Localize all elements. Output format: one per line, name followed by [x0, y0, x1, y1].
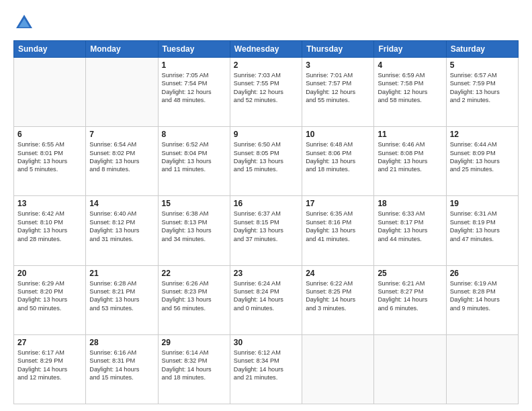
calendar-week-1: 6Sunrise: 6:55 AM Sunset: 8:01 PM Daylig…	[14, 127, 519, 196]
calendar-cell: 13Sunrise: 6:42 AM Sunset: 8:10 PM Dayli…	[14, 196, 86, 265]
calendar-cell: 23Sunrise: 6:24 AM Sunset: 8:24 PM Dayli…	[230, 265, 302, 334]
day-number: 5	[450, 60, 515, 70]
day-info: Sunrise: 6:37 AM Sunset: 8:15 PM Dayligh…	[234, 210, 298, 243]
page: SundayMondayTuesdayWednesdayThursdayFrid…	[0, 0, 532, 411]
calendar-cell: 12Sunrise: 6:44 AM Sunset: 8:09 PM Dayli…	[446, 127, 518, 196]
day-info: Sunrise: 6:55 AM Sunset: 8:01 PM Dayligh…	[17, 140, 82, 174]
day-info: Sunrise: 6:57 AM Sunset: 7:59 PM Dayligh…	[450, 71, 515, 105]
day-number: 30	[234, 338, 298, 347]
calendar-cell: 16Sunrise: 6:37 AM Sunset: 8:15 PM Dayli…	[230, 196, 302, 265]
day-number: 20	[17, 269, 82, 278]
day-number: 12	[450, 130, 515, 139]
day-number: 14	[89, 199, 154, 208]
calendar-cell: 6Sunrise: 6:55 AM Sunset: 8:01 PM Daylig…	[14, 127, 86, 196]
col-header-friday: Friday	[374, 41, 446, 58]
day-number: 4	[378, 60, 442, 70]
day-info: Sunrise: 6:42 AM Sunset: 8:10 PM Dayligh…	[17, 210, 82, 243]
calendar-cell: 19Sunrise: 6:31 AM Sunset: 8:19 PM Dayli…	[446, 196, 518, 265]
day-info: Sunrise: 6:14 AM Sunset: 8:32 PM Dayligh…	[162, 349, 226, 382]
day-info: Sunrise: 6:59 AM Sunset: 7:58 PM Dayligh…	[378, 71, 442, 105]
header	[13, 12, 519, 34]
col-header-thursday: Thursday	[302, 41, 374, 58]
calendar-cell: 4Sunrise: 6:59 AM Sunset: 7:58 PM Daylig…	[374, 58, 446, 127]
day-info: Sunrise: 6:22 AM Sunset: 8:25 PM Dayligh…	[306, 279, 370, 313]
day-info: Sunrise: 7:03 AM Sunset: 7:55 PM Dayligh…	[234, 71, 298, 105]
calendar-cell: 2Sunrise: 7:03 AM Sunset: 7:55 PM Daylig…	[230, 58, 302, 127]
calendar-cell: 20Sunrise: 6:29 AM Sunset: 8:20 PM Dayli…	[14, 265, 86, 334]
day-number: 25	[378, 269, 442, 278]
day-info: Sunrise: 6:33 AM Sunset: 8:17 PM Dayligh…	[378, 210, 442, 243]
calendar-cell: 8Sunrise: 6:52 AM Sunset: 8:04 PM Daylig…	[158, 127, 230, 196]
day-info: Sunrise: 6:16 AM Sunset: 8:31 PM Dayligh…	[89, 349, 154, 382]
calendar-cell: 5Sunrise: 6:57 AM Sunset: 7:59 PM Daylig…	[446, 58, 518, 127]
day-number: 11	[378, 130, 442, 139]
day-info: Sunrise: 6:40 AM Sunset: 8:12 PM Dayligh…	[89, 210, 154, 243]
day-info: Sunrise: 6:12 AM Sunset: 8:34 PM Dayligh…	[234, 349, 298, 382]
day-number: 9	[234, 130, 298, 139]
day-info: Sunrise: 6:44 AM Sunset: 8:09 PM Dayligh…	[450, 140, 515, 174]
day-info: Sunrise: 6:28 AM Sunset: 8:21 PM Dayligh…	[89, 279, 154, 313]
day-number: 16	[234, 199, 298, 208]
calendar-cell: 18Sunrise: 6:33 AM Sunset: 8:17 PM Dayli…	[374, 196, 446, 265]
day-number: 27	[17, 338, 82, 347]
day-info: Sunrise: 6:50 AM Sunset: 8:05 PM Dayligh…	[234, 140, 298, 174]
day-info: Sunrise: 6:46 AM Sunset: 8:08 PM Dayligh…	[378, 140, 442, 174]
day-number: 6	[17, 130, 82, 139]
logo-icon	[13, 12, 35, 34]
day-number: 28	[89, 338, 154, 347]
calendar-cell	[374, 334, 446, 404]
calendar-cell: 28Sunrise: 6:16 AM Sunset: 8:31 PM Dayli…	[86, 334, 158, 404]
day-info: Sunrise: 6:54 AM Sunset: 8:02 PM Dayligh…	[89, 140, 154, 174]
calendar-cell: 17Sunrise: 6:35 AM Sunset: 8:16 PM Dayli…	[302, 196, 374, 265]
day-info: Sunrise: 6:21 AM Sunset: 8:27 PM Dayligh…	[378, 279, 442, 313]
logo	[13, 12, 38, 34]
calendar-cell: 22Sunrise: 6:26 AM Sunset: 8:23 PM Dayli…	[158, 265, 230, 334]
day-info: Sunrise: 6:29 AM Sunset: 8:20 PM Dayligh…	[17, 279, 82, 313]
day-info: Sunrise: 6:48 AM Sunset: 8:06 PM Dayligh…	[306, 140, 370, 174]
day-number: 26	[450, 269, 515, 278]
day-info: Sunrise: 6:38 AM Sunset: 8:13 PM Dayligh…	[162, 210, 226, 243]
calendar-week-0: 1Sunrise: 7:05 AM Sunset: 7:54 PM Daylig…	[14, 58, 519, 127]
day-info: Sunrise: 6:52 AM Sunset: 8:04 PM Dayligh…	[162, 140, 226, 174]
day-number: 7	[89, 130, 154, 139]
calendar-cell: 24Sunrise: 6:22 AM Sunset: 8:25 PM Dayli…	[302, 265, 374, 334]
calendar-header-row: SundayMondayTuesdayWednesdayThursdayFrid…	[14, 41, 519, 58]
day-number: 10	[306, 130, 370, 139]
col-header-saturday: Saturday	[446, 41, 518, 58]
calendar-cell	[86, 58, 158, 127]
day-number: 17	[306, 199, 370, 208]
day-info: Sunrise: 6:17 AM Sunset: 8:29 PM Dayligh…	[17, 349, 82, 382]
day-number: 13	[17, 199, 82, 208]
calendar-cell: 1Sunrise: 7:05 AM Sunset: 7:54 PM Daylig…	[158, 58, 230, 127]
day-info: Sunrise: 6:31 AM Sunset: 8:19 PM Dayligh…	[450, 210, 515, 243]
day-number: 19	[450, 199, 515, 208]
day-info: Sunrise: 6:26 AM Sunset: 8:23 PM Dayligh…	[162, 279, 226, 313]
calendar-cell: 10Sunrise: 6:48 AM Sunset: 8:06 PM Dayli…	[302, 127, 374, 196]
day-number: 2	[234, 60, 298, 70]
calendar-cell: 9Sunrise: 6:50 AM Sunset: 8:05 PM Daylig…	[230, 127, 302, 196]
day-info: Sunrise: 6:19 AM Sunset: 8:28 PM Dayligh…	[450, 279, 515, 313]
calendar-cell: 30Sunrise: 6:12 AM Sunset: 8:34 PM Dayli…	[230, 334, 302, 404]
col-header-wednesday: Wednesday	[230, 41, 302, 58]
day-number: 23	[234, 269, 298, 278]
calendar-week-4: 27Sunrise: 6:17 AM Sunset: 8:29 PM Dayli…	[14, 334, 519, 404]
calendar-cell: 25Sunrise: 6:21 AM Sunset: 8:27 PM Dayli…	[374, 265, 446, 334]
day-number: 8	[162, 130, 226, 139]
calendar-cell: 11Sunrise: 6:46 AM Sunset: 8:08 PM Dayli…	[374, 127, 446, 196]
day-info: Sunrise: 7:01 AM Sunset: 7:57 PM Dayligh…	[306, 71, 370, 105]
day-number: 1	[162, 60, 226, 70]
calendar-cell: 14Sunrise: 6:40 AM Sunset: 8:12 PM Dayli…	[86, 196, 158, 265]
calendar-cell	[14, 58, 86, 127]
day-number: 21	[89, 269, 154, 278]
calendar-cell: 27Sunrise: 6:17 AM Sunset: 8:29 PM Dayli…	[14, 334, 86, 404]
calendar-cell: 7Sunrise: 6:54 AM Sunset: 8:02 PM Daylig…	[86, 127, 158, 196]
calendar-week-3: 20Sunrise: 6:29 AM Sunset: 8:20 PM Dayli…	[14, 265, 519, 334]
day-info: Sunrise: 7:05 AM Sunset: 7:54 PM Dayligh…	[162, 71, 226, 105]
col-header-monday: Monday	[86, 41, 158, 58]
col-header-sunday: Sunday	[14, 41, 86, 58]
day-info: Sunrise: 6:35 AM Sunset: 8:16 PM Dayligh…	[306, 210, 370, 243]
col-header-tuesday: Tuesday	[158, 41, 230, 58]
day-number: 29	[162, 338, 226, 347]
calendar-table: SundayMondayTuesdayWednesdayThursdayFrid…	[13, 40, 519, 404]
calendar-cell: 3Sunrise: 7:01 AM Sunset: 7:57 PM Daylig…	[302, 58, 374, 127]
